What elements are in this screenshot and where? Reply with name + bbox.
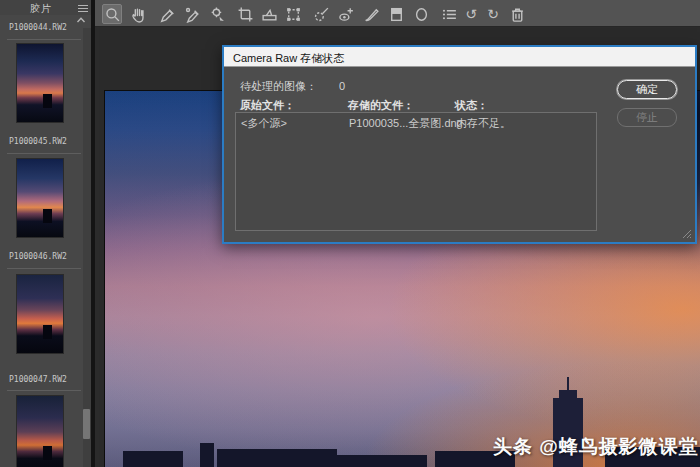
radial-filter-tool-icon[interactable] bbox=[411, 4, 431, 24]
header-status: 状态： bbox=[455, 98, 488, 113]
filmstrip-thumbnail[interactable] bbox=[16, 158, 64, 238]
targeted-adjustment-tool-icon[interactable] bbox=[207, 4, 227, 24]
header-saved-file: 存储的文件： bbox=[348, 98, 414, 113]
building-silhouette bbox=[200, 443, 214, 467]
rotate-left-icon[interactable]: ↺ bbox=[461, 4, 481, 24]
status-table-headers: 原始文件： 存储的文件： 状态： bbox=[224, 98, 695, 110]
filmstrip-title: 胶片 bbox=[30, 2, 52, 16]
adjustment-brush-tool-icon[interactable] bbox=[361, 4, 381, 24]
delete-icon[interactable] bbox=[507, 4, 527, 24]
pending-images-row: 待处理的图像：0 bbox=[240, 79, 345, 94]
resize-grip-icon[interactable] bbox=[682, 229, 692, 239]
header-source-file: 原始文件： bbox=[240, 98, 295, 113]
building-silhouette bbox=[217, 449, 337, 467]
pending-images-label: 待处理的图像： bbox=[240, 80, 317, 92]
camera-raw-window: 胶片 P1000044.RW2 P1000045.RW2 P1000046.RW… bbox=[0, 0, 700, 467]
hand-tool-icon[interactable] bbox=[128, 4, 148, 24]
building-silhouette bbox=[123, 451, 183, 467]
dialog-titlebar[interactable]: Camera Raw 存储状态 bbox=[224, 47, 695, 67]
ok-button[interactable]: 确定 bbox=[617, 80, 677, 99]
graduated-filter-tool-icon[interactable] bbox=[386, 4, 406, 24]
filmstrip-filename: P1000044.RW2 bbox=[9, 23, 89, 32]
transform-tool-icon[interactable] bbox=[283, 4, 303, 24]
filmstrip-thumbnail[interactable] bbox=[16, 274, 64, 354]
toolbar: ↺ ↻ bbox=[95, 0, 700, 27]
filmstrip-header: 胶片 bbox=[0, 0, 95, 15]
divider bbox=[7, 39, 81, 40]
pending-images-count: 0 bbox=[339, 80, 345, 92]
divider bbox=[7, 153, 81, 154]
filmstrip-thumbnail[interactable] bbox=[16, 43, 64, 123]
rotate-right-icon[interactable]: ↻ bbox=[483, 4, 503, 24]
dialog-title: Camera Raw 存储状态 bbox=[233, 51, 344, 66]
row-status: 内存不足。 bbox=[456, 116, 511, 131]
straighten-tool-icon[interactable] bbox=[259, 4, 279, 24]
filmstrip-scrollbar-track bbox=[83, 28, 91, 467]
filmstrip-scrollbar-thumb[interactable] bbox=[83, 409, 90, 439]
zoom-tool-icon[interactable] bbox=[102, 4, 122, 24]
tower-top bbox=[559, 390, 577, 400]
filmstrip-filename: P1000047.RW2 bbox=[9, 375, 89, 384]
white-balance-tool-icon[interactable] bbox=[157, 4, 177, 24]
save-status-dialog: Camera Raw 存储状态 待处理的图像：0 确定 停止 原始文件： 存储的… bbox=[222, 45, 697, 244]
tower-antenna bbox=[567, 377, 569, 391]
building-silhouette bbox=[337, 455, 427, 467]
red-eye-tool-icon[interactable] bbox=[336, 4, 356, 24]
spot-removal-tool-icon[interactable] bbox=[311, 4, 331, 24]
filmstrip-panel: 胶片 P1000044.RW2 P1000045.RW2 P1000046.RW… bbox=[0, 0, 95, 467]
status-list[interactable]: <多个源> P1000035...全景图.dng 内存不足。 bbox=[235, 112, 597, 231]
row-saved-file: P1000035...全景图.dng bbox=[349, 116, 463, 131]
crop-tool-icon[interactable] bbox=[235, 4, 255, 24]
filmstrip-menu-icon[interactable] bbox=[78, 3, 88, 12]
stop-button[interactable]: 停止 bbox=[617, 108, 677, 127]
filmstrip-thumbnail[interactable] bbox=[16, 395, 64, 467]
filmstrip-filename: P1000045.RW2 bbox=[9, 137, 89, 146]
filmstrip-filename: P1000046.RW2 bbox=[9, 252, 89, 261]
color-sampler-tool-icon[interactable] bbox=[182, 4, 202, 24]
divider bbox=[7, 268, 81, 269]
watermark-text: 头条 @蜂鸟摄影微课堂 bbox=[493, 434, 699, 460]
row-source-file: <多个源> bbox=[241, 116, 287, 131]
divider bbox=[7, 390, 81, 391]
preset-list-icon[interactable] bbox=[439, 4, 459, 24]
